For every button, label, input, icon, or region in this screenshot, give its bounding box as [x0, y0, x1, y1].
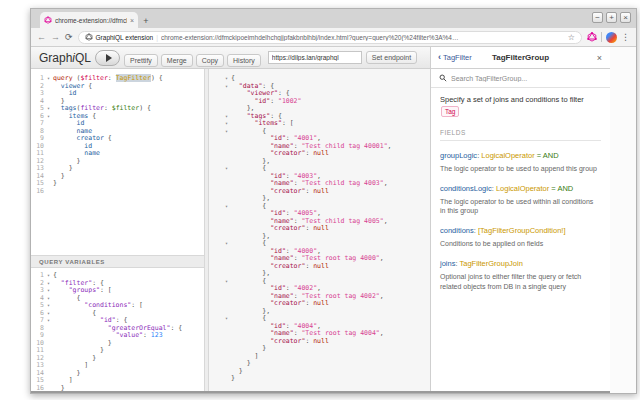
toolbar-button-history[interactable]: History: [227, 54, 261, 67]
browser-toolbar: ← → ⟳ GraphiQL extension | chrome-extens…: [31, 28, 636, 47]
fold-arrow-icon[interactable]: ▾: [44, 302, 53, 310]
browser-tab[interactable]: chrome-extension://dfmckipo ×: [40, 12, 138, 28]
code-text: }: [231, 375, 235, 383]
fold-gutter: [222, 143, 231, 151]
variables-editor[interactable]: 1▾{2▾ "filter": {3▾ "groups": [4▾ {5▾ "c…: [31, 268, 204, 391]
fields-section-label: FIELDS: [440, 129, 601, 141]
close-window-button[interactable]: ×: [620, 12, 631, 23]
fold-gutter: [222, 323, 231, 331]
fold-arrow-icon[interactable]: ▾: [44, 105, 53, 113]
fold-arrow-icon[interactable]: ▾: [44, 113, 53, 121]
reload-icon[interactable]: ⟳: [65, 32, 73, 42]
fold-gutter: [44, 150, 53, 158]
fold-arrow-icon[interactable]: ▾: [44, 280, 53, 288]
fold-arrow-icon[interactable]: ▾: [44, 317, 53, 325]
fold-gutter: [222, 105, 231, 113]
doc-field-joins: joins: TagFilterGroupJoinOptional joins …: [440, 259, 601, 292]
doc-field-description: Optional joins to either filter the quer…: [440, 272, 600, 292]
code-text: }: [53, 180, 57, 188]
doc-field-name-link[interactable]: conditions: [440, 226, 474, 235]
endpoint-input[interactable]: [268, 51, 362, 64]
doc-field-type-link[interactable]: [TagFilterGroupCondition!]: [478, 226, 566, 235]
fold-arrow-icon[interactable]: ▾: [44, 287, 53, 295]
toolbar-button-merge[interactable]: Merge: [161, 54, 193, 67]
fold-arrow-icon[interactable]: ▾: [222, 278, 231, 286]
fold-gutter: [44, 385, 53, 392]
graphiql-extension-icon[interactable]: [587, 32, 597, 42]
fold-gutter: [222, 338, 231, 346]
fold-arrow-icon[interactable]: ▾: [44, 75, 53, 83]
fold-gutter: [222, 195, 231, 203]
profile-avatar[interactable]: [606, 32, 617, 43]
tab-close-icon[interactable]: ×: [130, 17, 134, 24]
doc-field-name-link[interactable]: conditionsLogic: [440, 184, 492, 193]
tab-title: chrome-extension://dfmckipo: [55, 17, 127, 24]
doc-field-name-link[interactable]: joins: [440, 259, 455, 268]
fold-gutter: [44, 143, 53, 151]
toolbar-buttons: PrettifyMergeCopyHistory: [124, 49, 264, 67]
fold-arrow-icon[interactable]: ▾: [44, 272, 53, 280]
fold-arrow-icon[interactable]: ▾: [44, 310, 53, 318]
fold-gutter: [222, 90, 231, 98]
back-icon[interactable]: ←: [37, 32, 46, 42]
execute-button[interactable]: [95, 50, 120, 66]
fold-arrow-icon[interactable]: ▾: [222, 165, 231, 173]
toolbar-button-prettify[interactable]: Prettify: [124, 54, 158, 67]
editors-row: 1▾query ($filter: TagFilter) {2 viewer {…: [31, 69, 430, 391]
doc-search-row: [431, 69, 610, 88]
doc-field-signature: conditionsLogic: LogicalOperator = AND: [440, 184, 601, 193]
site-label: GraphiQL extension: [96, 34, 154, 41]
set-endpoint-button[interactable]: Set endpoint: [366, 51, 417, 64]
doc-field-name-link[interactable]: groupLogic: [440, 151, 477, 160]
fold-arrow-icon[interactable]: ▾: [222, 203, 231, 211]
fold-gutter: [222, 180, 231, 188]
toolbar-divider: [601, 32, 602, 42]
fold-gutter: [222, 293, 231, 301]
doc-field-type-link[interactable]: LogicalOperator: [496, 184, 549, 193]
doc-field-type-link[interactable]: LogicalOperator: [481, 151, 534, 160]
doc-search-input[interactable]: [451, 75, 602, 82]
fold-arrow-icon[interactable]: ▾: [222, 113, 231, 121]
fold-arrow-icon[interactable]: ▾: [222, 83, 231, 91]
minimize-button[interactable]: −: [592, 12, 603, 23]
query-editor[interactable]: 1▾query ($filter: TagFilter) {2 viewer {…: [31, 69, 204, 255]
fold-gutter: [222, 368, 231, 376]
fold-arrow-icon[interactable]: ▾: [44, 295, 53, 303]
desktop: chrome-extension://dfmckipo × + − + × ← …: [0, 0, 640, 400]
doc-fields-list: groupLogic: LogicalOperator = ANDThe log…: [440, 151, 601, 292]
bookmark-star-icon[interactable]: ☆: [568, 33, 575, 42]
fold-arrow-icon[interactable]: ▾: [222, 75, 231, 83]
fold-arrow-icon[interactable]: ▾: [222, 120, 231, 128]
graphiql-logo: GraphiQL: [39, 51, 91, 65]
menu-icon[interactable]: ⋮: [621, 32, 630, 42]
fold-gutter: [222, 218, 231, 226]
doc-field-type-link[interactable]: TagFilterGroupJoin: [459, 259, 522, 268]
fold-gutter: [222, 98, 231, 106]
fold-gutter: [222, 225, 231, 233]
forward-icon[interactable]: →: [51, 32, 60, 42]
fold-gutter: [222, 158, 231, 166]
fold-arrow-icon[interactable]: ▾: [222, 315, 231, 323]
doc-field-default: = AND: [535, 151, 559, 160]
toolbar-button-copy[interactable]: Copy: [196, 54, 224, 67]
doc-back-link[interactable]: ‹TagFilter: [438, 53, 472, 62]
new-tab-button[interactable]: +: [138, 14, 154, 28]
address-bar[interactable]: GraphiQL extension | chrome-extension://…: [78, 31, 582, 44]
doc-field-default: = AND: [549, 184, 573, 193]
fold-arrow-icon[interactable]: ▾: [222, 240, 231, 248]
doc-field-signature: groupLogic: LogicalOperator = AND: [440, 151, 601, 160]
fold-gutter: [44, 340, 53, 348]
type-pill-tag[interactable]: Tag: [441, 106, 459, 117]
line-number: 16: [31, 188, 44, 196]
doc-close-icon[interactable]: ×: [597, 53, 602, 63]
fold-gutter: [44, 98, 53, 106]
maximize-button[interactable]: +: [606, 12, 617, 23]
fold-gutter: [44, 128, 53, 136]
fold-arrow-icon[interactable]: ▾: [222, 128, 231, 136]
page-right-margin: [610, 47, 636, 393]
variables-header[interactable]: QUERY VARIABLES: [31, 255, 204, 268]
doc-field-conditions: conditions: [TagFilterGroupCondition!]Co…: [440, 226, 601, 249]
browser-window: chrome-extension://dfmckipo × + − + × ← …: [30, 8, 637, 394]
fold-gutter: [222, 300, 231, 308]
fold-gutter: [44, 120, 53, 128]
